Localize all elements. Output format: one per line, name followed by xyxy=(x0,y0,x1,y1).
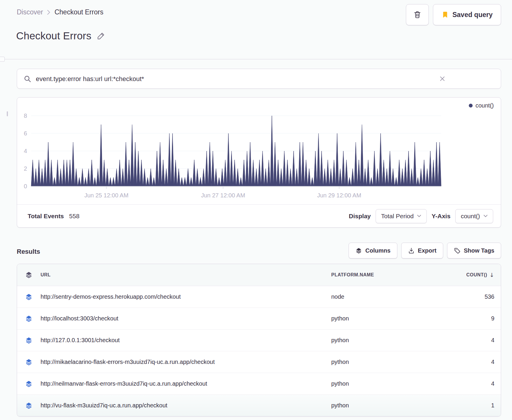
layers-icon[interactable] xyxy=(17,293,41,301)
export-button[interactable]: Export xyxy=(401,243,443,258)
layers-icon xyxy=(355,247,362,254)
sidebar-collapse-handle[interactable] xyxy=(0,57,5,62)
download-icon xyxy=(408,247,415,254)
chart-footer: Total Events 558 Display Total Period Y-… xyxy=(17,204,501,227)
row-count: 1 xyxy=(491,402,501,409)
table-row[interactable]: http://mikaelacarino-flask-errors-m3uuiz… xyxy=(17,351,501,373)
pencil-icon xyxy=(97,31,106,40)
row-platform: python xyxy=(331,315,446,322)
columns-button[interactable]: Columns xyxy=(349,243,397,258)
row-platform: python xyxy=(331,337,446,344)
chevron-right-icon xyxy=(47,10,50,15)
column-header-count[interactable]: COUNT() ↓ xyxy=(466,272,501,278)
yaxis-label: Y-Axis xyxy=(431,213,450,220)
svg-text:0: 0 xyxy=(24,183,27,189)
layers-icon[interactable] xyxy=(17,337,41,344)
display-label: Display xyxy=(349,213,371,220)
row-platform: python xyxy=(331,402,446,409)
search-bar xyxy=(17,69,501,89)
svg-text:6: 6 xyxy=(24,130,27,137)
svg-text:4: 4 xyxy=(24,148,27,154)
count-header-label: COUNT() xyxy=(466,272,487,278)
results-table-body: http://sentry-demos-express.herokuapp.co… xyxy=(17,286,501,416)
display-dropdown[interactable]: Total Period xyxy=(376,209,427,223)
svg-text:2: 2 xyxy=(24,165,27,172)
export-label: Export xyxy=(418,247,436,254)
total-events-label: Total Events xyxy=(28,213,64,220)
columns-header-icon[interactable] xyxy=(17,271,41,279)
row-url: http://mikaelacarino-flask-errors-m3uuiz… xyxy=(41,359,331,365)
discover-saved-query-page: Discover Checkout Errors Saved query Che… xyxy=(0,0,512,420)
tag-icon xyxy=(454,247,461,254)
row-url: http://127.0.0.1:3001/checkout xyxy=(41,337,331,344)
delete-query-button[interactable] xyxy=(406,4,429,25)
edit-title-button[interactable] xyxy=(96,31,106,41)
search-icon xyxy=(24,75,32,83)
row-count: 4 xyxy=(491,359,501,365)
table-row[interactable]: http://127.0.0.1:3001/checkoutpython4 xyxy=(17,330,501,351)
page-title: Checkout Errors xyxy=(16,30,91,42)
events-chart-card: count() 02468Jun 25 12:00 AMJun 27 12:00… xyxy=(17,97,501,228)
svg-text:Jun 25 12:00 AM: Jun 25 12:00 AM xyxy=(84,192,128,199)
sort-desc-icon: ↓ xyxy=(490,272,494,278)
chart-controls: Display Total Period Y-Axis count() xyxy=(349,209,493,223)
column-header-url[interactable]: URL xyxy=(41,272,331,278)
breadcrumb: Discover Checkout Errors xyxy=(17,8,103,16)
row-count: 9 xyxy=(491,315,501,322)
table-row[interactable]: http://localhost:3003/checkoutpython9 xyxy=(17,308,501,330)
search-input[interactable] xyxy=(35,69,427,89)
results-table: URL PLATFORM.NAME COUNT() ↓ http://sentr… xyxy=(17,264,501,416)
legend-label: count() xyxy=(476,102,494,109)
display-value: Total Period xyxy=(381,213,414,220)
layers-icon[interactable] xyxy=(17,358,41,366)
table-row[interactable]: http://vu-flask-m3uuizd7iq-uc.a.run.app/… xyxy=(17,395,501,416)
row-platform: python xyxy=(331,359,446,365)
chart-legend[interactable]: count() xyxy=(469,102,494,109)
layers-icon[interactable] xyxy=(17,380,41,388)
row-count: 4 xyxy=(491,380,501,387)
sidebar-drag-nub[interactable] xyxy=(7,111,8,116)
table-row[interactable]: http://sentry-demos-express.herokuapp.co… xyxy=(17,286,501,308)
column-header-platform[interactable]: PLATFORM.NAME xyxy=(331,272,446,278)
svg-text:8: 8 xyxy=(24,112,27,119)
show-tags-label: Show Tags xyxy=(464,247,494,254)
row-platform: python xyxy=(331,380,446,387)
row-platform: node xyxy=(331,293,446,300)
row-count: 536 xyxy=(485,293,501,300)
header-actions: Saved query xyxy=(406,4,501,25)
breadcrumb-current: Checkout Errors xyxy=(54,8,103,16)
row-url: http://localhost:3003/checkout xyxy=(41,315,331,322)
svg-text:Jun 27 12:00 AM: Jun 27 12:00 AM xyxy=(201,192,245,199)
clear-search-icon[interactable] xyxy=(439,75,446,83)
results-table-header: URL PLATFORM.NAME COUNT() ↓ xyxy=(17,264,501,286)
saved-query-label: Saved query xyxy=(452,11,493,19)
breadcrumb-link-discover[interactable]: Discover xyxy=(17,8,43,16)
trash-icon xyxy=(413,11,421,19)
title-row: Checkout Errors xyxy=(16,30,106,42)
columns-label: Columns xyxy=(365,247,391,254)
total-events: Total Events 558 xyxy=(28,213,79,220)
svg-text:Jun 29 12:00 AM: Jun 29 12:00 AM xyxy=(317,192,361,199)
table-row[interactable]: http://neilmanvar-flask-errors-m3uuizd7i… xyxy=(17,373,501,395)
bookmark-icon xyxy=(441,11,449,19)
show-tags-button[interactable]: Show Tags xyxy=(447,243,501,258)
row-url: http://vu-flask-m3uuizd7iq-uc.a.run.app/… xyxy=(41,402,331,409)
row-url: http://sentry-demos-express.herokuapp.co… xyxy=(41,293,331,300)
chevron-down-icon xyxy=(483,215,488,217)
results-buttons: Columns Export Show Tags xyxy=(17,243,501,258)
row-url: http://neilmanvar-flask-errors-m3uuizd7i… xyxy=(41,380,331,387)
page-divider xyxy=(0,59,512,59)
yaxis-value: count() xyxy=(461,213,480,220)
total-events-value: 558 xyxy=(69,213,79,220)
legend-marker-icon xyxy=(469,104,473,107)
error-count-chart[interactable]: 02468Jun 25 12:00 AMJun 27 12:00 AMJun 2… xyxy=(17,98,501,205)
row-count: 4 xyxy=(491,337,501,344)
saved-query-button[interactable]: Saved query xyxy=(433,4,501,25)
chevron-down-icon xyxy=(417,215,421,217)
layers-icon[interactable] xyxy=(17,315,41,322)
yaxis-dropdown[interactable]: count() xyxy=(455,209,493,223)
layers-icon[interactable] xyxy=(17,402,41,409)
